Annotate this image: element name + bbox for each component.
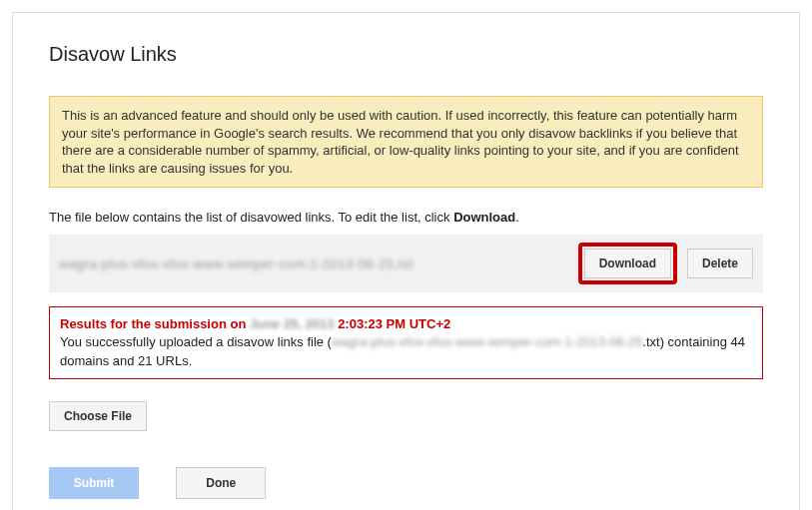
choose-file-button[interactable]: Choose File xyxy=(49,401,147,431)
uploaded-file-name: wagra-plus-xfox-xfox-www-xemper-com-1-20… xyxy=(59,256,578,271)
action-row: Submit Done xyxy=(49,467,763,499)
submit-button[interactable]: Submit xyxy=(49,467,139,499)
choose-file-row: Choose File xyxy=(49,401,763,431)
disavow-links-panel: Disavow Links This is an advanced featur… xyxy=(12,12,800,510)
download-button[interactable]: Download xyxy=(584,249,671,278)
results-body-filename: wagra-plus-xfox-xfox-www-xemper-com-1-20… xyxy=(332,334,642,349)
instruction-text: The file below contains the list of disa… xyxy=(49,210,763,225)
caution-warning-box: This is an advanced feature and should o… xyxy=(49,96,763,188)
delete-button[interactable]: Delete xyxy=(687,249,753,278)
results-title-time: 2:03:23 PM UTC+2 xyxy=(335,316,451,331)
results-title-prefix: Results for the submission on xyxy=(60,316,250,331)
download-highlight-frame: Download xyxy=(578,243,677,284)
instruction-action-word: Download xyxy=(453,210,515,225)
results-title: Results for the submission on June 25, 2… xyxy=(60,315,752,333)
page-title: Disavow Links xyxy=(49,43,763,66)
done-button[interactable]: Done xyxy=(176,467,266,499)
results-title-date: June 25, 2013 xyxy=(250,316,335,331)
results-body-prefix: You successfully uploaded a disavow link… xyxy=(60,334,332,349)
submission-results-box: Results for the submission on June 25, 2… xyxy=(49,306,763,379)
instruction-prefix: The file below contains the list of disa… xyxy=(49,210,453,225)
warning-text: This is an advanced feature and should o… xyxy=(62,108,739,176)
results-body: You successfully uploaded a disavow link… xyxy=(60,333,752,369)
uploaded-file-row: wagra-plus-xfox-xfox-www-xemper-com-1-20… xyxy=(49,235,763,292)
instruction-suffix: . xyxy=(515,210,519,225)
